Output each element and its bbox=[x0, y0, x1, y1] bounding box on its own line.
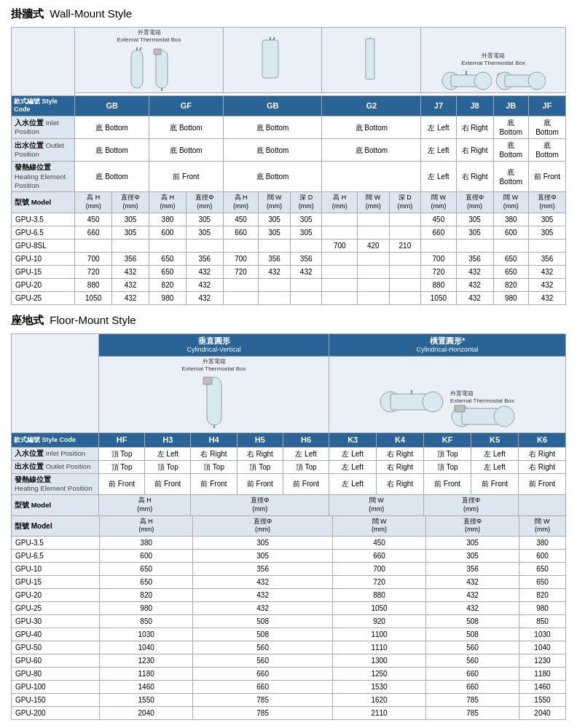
svg-rect-6 bbox=[262, 40, 278, 78]
table-row: GPU-15 650432 720432650 bbox=[12, 576, 566, 589]
product-img-rect bbox=[259, 37, 286, 81]
floor-mount-table: 垂直圓形Cylindrical-Vertical 橫置圓形*Cylindrica… bbox=[11, 333, 566, 516]
outlet-row: 出水位置 Outlet Position 底 Bottom 底 Bottom 底… bbox=[12, 139, 566, 162]
table-row: GPU-8SL 700420210 bbox=[12, 239, 566, 252]
table-row: GPU-25 980432 1050432980 bbox=[12, 602, 566, 615]
svg-rect-29 bbox=[455, 405, 465, 412]
floor-heating-row: 發熱線位置Heating Element Position 前 Front前 F… bbox=[12, 473, 566, 495]
svg-line-8 bbox=[273, 37, 275, 40]
product-img-gb bbox=[127, 47, 147, 91]
floor-vert-img bbox=[200, 376, 229, 428]
svg-point-13 bbox=[474, 72, 492, 90]
floor-model-header: 型號 Model 高 H(mm) 直徑Φ(mm) 闊 W(mm) 直徑Φ(mm) bbox=[12, 495, 566, 515]
table-row: GPU-20 880432 820432 880432 820432 bbox=[12, 278, 566, 291]
svg-point-24 bbox=[423, 392, 443, 412]
floor-mount-title: 座地式 Floor-Mount Style bbox=[11, 314, 566, 328]
floor-horiz-img2 bbox=[450, 405, 516, 428]
table-row: GPU-100 1460660 15306601460 bbox=[12, 681, 566, 694]
product-img-horiz1 bbox=[441, 71, 492, 91]
svg-rect-0 bbox=[131, 50, 143, 88]
svg-rect-20 bbox=[203, 377, 212, 384]
table-row: GPU-6.5 600305 660305600 bbox=[12, 550, 566, 563]
table-row: GPU-80 1180660 12506601180 bbox=[12, 668, 566, 681]
product-img-slim bbox=[361, 37, 382, 81]
table-row: GPU-50 1040560 11105601040 bbox=[12, 641, 566, 654]
table-row: GPU-3.5 380305 450305380 bbox=[12, 537, 566, 550]
svg-point-18 bbox=[528, 72, 546, 90]
svg-point-28 bbox=[494, 406, 514, 427]
svg-rect-3 bbox=[156, 50, 168, 88]
table-row: GPU-10 700356 650356 700356356 700356 65… bbox=[12, 252, 566, 265]
floor-inlet-row: 入水位置 Inlet Position 頂 Top左 Left右 Right右 … bbox=[12, 447, 566, 460]
table-row: GPU-25 1050432 980432 1050432 980432 bbox=[12, 291, 566, 304]
table-row: GPU-10 650356 700356650 bbox=[12, 563, 566, 576]
inlet-row: 入水位置 Inlet Position 底 Bottom 底 Bottom 底 … bbox=[12, 116, 566, 139]
svg-rect-4 bbox=[154, 49, 161, 55]
heating-row: 發熱線位置Heating Element Position 底 Bottom 前… bbox=[12, 162, 566, 192]
floor-mount-table-proper: 型號 Model 高 H(mm) 直徑Φ(mm) 闊 W(mm) 直徑Φ(mm)… bbox=[11, 515, 566, 720]
style-code-row: 款式編號 Style Code GB GF GB G2 J7 J8 JB JF bbox=[12, 95, 566, 116]
floor-dim-header-row: 型號 Model 高 H(mm) 直徑Φ(mm) 闊 W(mm) 直徑Φ(mm)… bbox=[12, 515, 566, 536]
table-row: GPU-30 850508 920508850 bbox=[12, 615, 566, 628]
floor-mount-section: 座地式 Floor-Mount Style 垂直圓形Cylindrical-Ve… bbox=[11, 314, 566, 721]
table-row: GPU-40 1030508 11005081030 bbox=[12, 628, 566, 641]
wall-mount-title: 掛牆式 Wall-Mount Style bbox=[11, 7, 566, 21]
svg-line-2 bbox=[140, 47, 141, 50]
table-row: GPU-150 1550785 16207851550 bbox=[12, 694, 566, 707]
svg-rect-9 bbox=[366, 39, 374, 79]
model-header-row: 型號 Model 高 H(mm) 直徑Φ(mm) 高 H(mm) 直徑Φ(mm)… bbox=[12, 192, 566, 213]
table-row: GPU-6.5 660305 600305 660305305 660305 6… bbox=[12, 226, 566, 239]
product-img-horiz2 bbox=[495, 71, 546, 91]
wall-mount-table: 外置電箱External Thermostat Box bbox=[11, 27, 566, 305]
table-row: GPU-3.5 450305 380305 450305305 450305 3… bbox=[12, 213, 566, 226]
table-row: GPU-200 2040785 21107852040 bbox=[12, 707, 566, 720]
column-group-header: 垂直圓形Cylindrical-Vertical 橫置圓形*Cylindrica… bbox=[12, 333, 566, 356]
product-img-gf bbox=[152, 47, 172, 91]
floor-outlet-row: 出水位置 Outlet Position 頂 Top頂 Top頂 Top頂 To… bbox=[12, 460, 566, 473]
table-row: GPU-15 720432 650432 720432432 720432 65… bbox=[12, 265, 566, 278]
table-row: GPU-60 1230560 13005601230 bbox=[12, 654, 566, 668]
floor-horiz-img1 bbox=[379, 390, 444, 414]
floor-style-code-row: 款式編號 Style Code HFH3H4H5H6 K3K4KFK5K6 bbox=[12, 433, 566, 447]
table-row: GPU-20 820432 880432820 bbox=[12, 589, 566, 602]
wall-mount-section: 掛牆式 Wall-Mount Style 外置電箱External Thermo… bbox=[11, 7, 566, 305]
